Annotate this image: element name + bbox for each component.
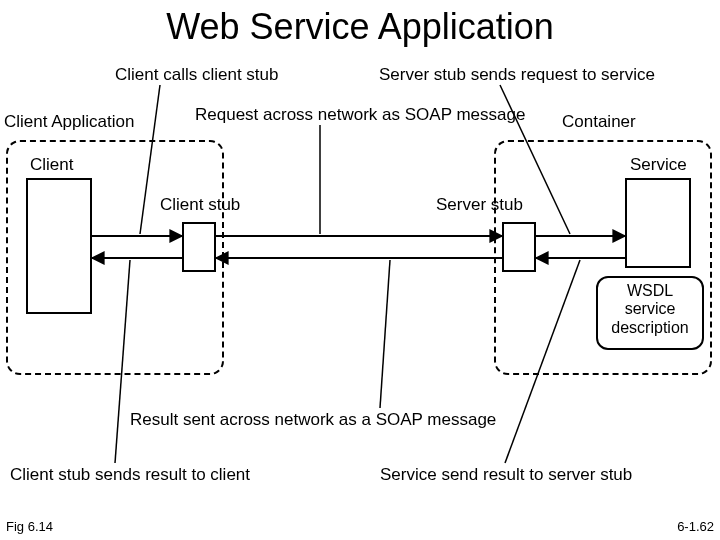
annotation-server-stub-sends: Server stub sends request to service bbox=[379, 65, 655, 85]
page-number: 6-1.62 bbox=[677, 519, 714, 534]
annotation-result-soap: Result sent across network as a SOAP mes… bbox=[130, 410, 496, 430]
label-service: Service bbox=[630, 155, 687, 175]
client-stub-box bbox=[182, 222, 216, 272]
label-client-stub: Client stub bbox=[160, 195, 240, 215]
wsdl-line1: WSDL bbox=[598, 282, 702, 300]
client-box bbox=[26, 178, 92, 314]
label-server-stub: Server stub bbox=[436, 195, 523, 215]
server-stub-box bbox=[502, 222, 536, 272]
wsdl-description-box: WSDL service description bbox=[596, 276, 704, 350]
label-container: Container bbox=[562, 112, 636, 132]
wsdl-line2: service bbox=[598, 300, 702, 318]
annotation-request-soap: Request across network as SOAP message bbox=[195, 105, 525, 125]
page-title: Web Service Application bbox=[0, 6, 720, 48]
annotation-client-stub-result: Client stub sends result to client bbox=[10, 465, 250, 485]
figure-number: Fig 6.14 bbox=[6, 519, 53, 534]
annotation-service-send-result: Service send result to server stub bbox=[380, 465, 632, 485]
wsdl-line3: description bbox=[598, 319, 702, 337]
annotation-client-calls-stub: Client calls client stub bbox=[115, 65, 278, 85]
label-client: Client bbox=[30, 155, 73, 175]
label-client-application: Client Application bbox=[4, 112, 134, 132]
svg-line-9 bbox=[380, 260, 390, 408]
service-box bbox=[625, 178, 691, 268]
